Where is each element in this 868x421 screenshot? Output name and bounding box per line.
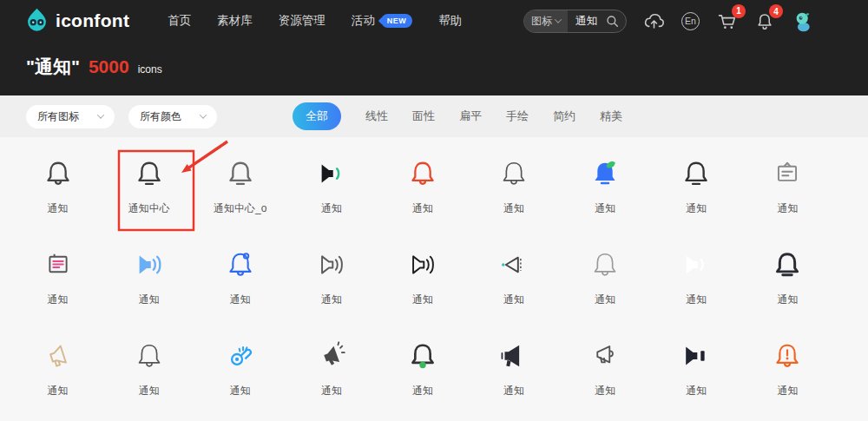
icon-card[interactable]: 通知 (469, 330, 560, 421)
icon-card[interactable]: 通知 (651, 239, 742, 330)
filter-tab[interactable]: 面性 (412, 109, 435, 124)
icon-label: 通知 (503, 384, 524, 398)
icon-card[interactable]: 通知 (286, 148, 377, 239)
icon-label: 通知 (412, 201, 433, 216)
icon-card[interactable]: 通知 (286, 330, 377, 421)
speaker-outline-waves-icon (313, 245, 350, 285)
upload-button[interactable] (643, 10, 665, 32)
icon-label: 通知 (321, 201, 342, 216)
bell-thin-icon (587, 245, 623, 285)
icon-label: 通知 (595, 384, 615, 398)
icon-card[interactable]: 通知 (103, 330, 194, 421)
icon-label: 通知 (686, 201, 707, 216)
board-icon (769, 154, 806, 194)
icon-card[interactable]: 通知 (742, 239, 833, 330)
icon-card[interactable]: 通知 (194, 239, 286, 330)
filter-tab[interactable]: 精美 (600, 109, 622, 124)
bell-bold-icon (769, 245, 806, 285)
icon-card-highlighted[interactable]: 通知中心 (103, 148, 194, 239)
language-toggle[interactable]: En (681, 12, 700, 30)
bell-thin-icon (496, 154, 532, 194)
icon-card[interactable]: 通知 (742, 148, 833, 239)
icon-card[interactable]: 通知 (469, 148, 560, 239)
cart-button[interactable]: 1 (716, 10, 738, 32)
icon-card[interactable]: 通知 (103, 239, 194, 330)
chevron-down-icon (200, 111, 207, 118)
icon-label: 通知 (412, 384, 433, 398)
icon-card[interactable]: 通知 (286, 239, 377, 330)
notifications-button[interactable]: 4 (754, 10, 775, 31)
megaphone-solid-left-icon (496, 336, 532, 376)
style-tabs: 全部线性面性扁平手绘简约精美 (293, 95, 622, 137)
language-icon: En (681, 12, 700, 30)
icon-label: 通知 (139, 384, 160, 398)
results-titlebar: "通知" 5000 icons (0, 42, 868, 79)
icon-label: 通知 (595, 201, 615, 216)
results-unit: icons (138, 63, 162, 76)
icon-card[interactable]: 通知 (12, 330, 103, 421)
search-icon[interactable] (604, 15, 626, 28)
icon-card[interactable]: 通知 (560, 239, 651, 330)
megaphone-outline-right-icon (587, 336, 623, 376)
icon-card[interactable]: 通知 (377, 239, 468, 330)
icon-card[interactable]: 通知 (651, 148, 742, 239)
filter-tab[interactable]: 线性 (365, 109, 388, 124)
icon-label: 通知 (777, 293, 798, 307)
nav-item-label: 首页 (168, 13, 191, 29)
icon-card[interactable]: 通知 (560, 148, 651, 239)
icon-card[interactable]: 通知 (560, 330, 651, 421)
filter-tab[interactable]: 全部 (293, 102, 341, 130)
icon-card[interactable]: 通知 (742, 330, 833, 421)
icon-label: 通知中心 (128, 201, 170, 216)
icon-card[interactable]: 通知 (12, 239, 103, 330)
cart-count-badge: 1 (732, 4, 746, 18)
nav-item-label: 活动 (352, 13, 375, 29)
nav-item-resources[interactable]: 资源管理 (279, 13, 326, 29)
whistle-icon (222, 336, 259, 376)
iconfont-logo-icon (24, 7, 49, 36)
navbar-right: 图标 En (523, 10, 814, 33)
chevron-down-icon (555, 16, 562, 23)
icon-card[interactable]: 通知 (377, 330, 468, 421)
logo[interactable]: iconfont (24, 7, 129, 36)
icon-card[interactable]: 通知 (377, 148, 468, 239)
color-dropdown[interactable]: 所有颜色 (128, 105, 217, 128)
icon-card[interactable]: 通知 (469, 239, 560, 330)
logo-text: iconfont (56, 10, 129, 31)
results-count: 5000 (89, 56, 129, 77)
bell-base-icon (222, 154, 259, 194)
cloud-upload-icon (643, 10, 665, 32)
icon-type-dropdown[interactable]: 所有图标 (26, 105, 115, 128)
bell-outline-icon (404, 154, 441, 194)
filter-tab[interactable]: 手绘 (506, 109, 529, 124)
nav-item-library[interactable]: 素材库 (217, 13, 253, 29)
search-bar: 图标 (523, 10, 627, 33)
nav-item-label: 帮助 (438, 13, 462, 29)
icon-card[interactable]: 通知 (12, 148, 103, 239)
board-lines-icon (40, 245, 76, 285)
bell-exclaim-icon (769, 336, 806, 376)
nav-item-home[interactable]: 首页 (168, 13, 191, 29)
search-category-label: 图标 (531, 14, 552, 29)
bell-green-dot-icon (404, 336, 441, 376)
icon-label: 通知 (48, 293, 69, 307)
filter-tab[interactable]: 扁平 (459, 109, 482, 124)
megaphone-left-outline-icon (496, 245, 532, 285)
header: iconfont 首页 素材库 资源管理 活动 NEW 帮助 图标 (0, 0, 868, 95)
user-avatar[interactable] (792, 10, 814, 32)
filter-tab[interactable]: 简约 (553, 109, 575, 124)
icon-grid-row: 通知通知通知通知通知通知通知通知通知 (12, 330, 833, 421)
icon-card[interactable]: 通知 (651, 330, 742, 421)
search-input[interactable] (568, 15, 604, 27)
bell-outline-icon (40, 154, 76, 194)
nav-item-activity[interactable]: 活动 NEW (352, 13, 413, 29)
icon-card[interactable]: 通知中心_o (194, 148, 286, 239)
nav-item-help[interactable]: 帮助 (438, 13, 462, 29)
icon-label: 通知 (777, 384, 798, 398)
megaphone-outline-tilt-icon (40, 336, 76, 376)
navbar: iconfont 首页 素材库 资源管理 活动 NEW 帮助 图标 (0, 0, 868, 42)
search-category-dropdown[interactable]: 图标 (524, 10, 568, 32)
icon-card[interactable]: 通知 (194, 330, 286, 421)
icon-label: 通知 (686, 293, 707, 307)
bell-leaf-icon (587, 154, 623, 194)
